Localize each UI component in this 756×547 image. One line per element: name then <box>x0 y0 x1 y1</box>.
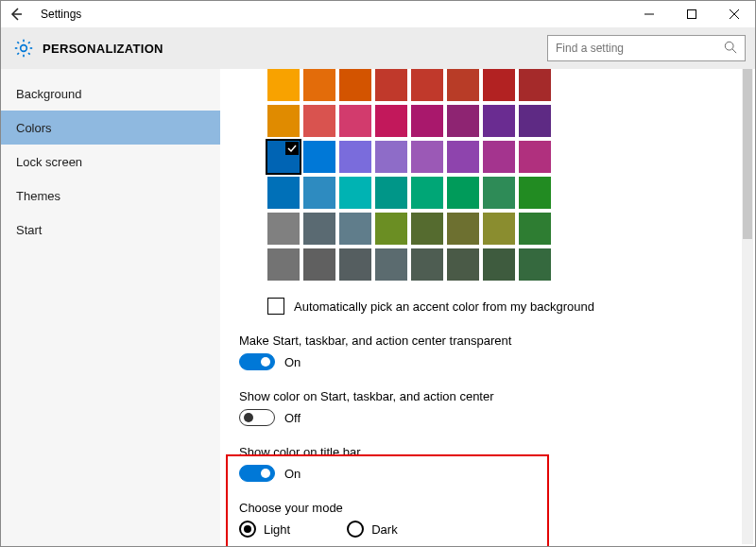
accent-swatch[interactable] <box>483 69 515 101</box>
mode-light-radio[interactable]: Light <box>239 521 290 538</box>
mode-label: Choose your mode <box>239 501 740 515</box>
accent-swatch[interactable] <box>411 69 443 101</box>
accent-swatch[interactable] <box>447 177 479 209</box>
accent-swatch[interactable] <box>303 69 335 101</box>
accent-swatch[interactable] <box>483 105 515 137</box>
accent-swatch[interactable] <box>267 248 300 281</box>
accent-swatch[interactable] <box>483 248 515 281</box>
mode-dark-label: Dark <box>371 522 397 537</box>
accent-swatch[interactable] <box>519 105 551 137</box>
show-color-title-toggle[interactable] <box>239 465 275 482</box>
accent-swatch[interactable] <box>447 213 479 245</box>
search-box[interactable] <box>547 35 746 61</box>
accent-swatch[interactable] <box>339 105 371 137</box>
transparency-toggle[interactable] <box>239 353 275 370</box>
search-input[interactable] <box>556 42 716 55</box>
accent-swatch[interactable] <box>447 105 479 137</box>
accent-swatch[interactable] <box>303 141 335 173</box>
accent-swatch[interactable] <box>411 177 443 209</box>
show-color-start-toggle[interactable] <box>239 409 275 426</box>
scrollbar-thumb[interactable] <box>743 69 752 239</box>
accent-swatch[interactable] <box>375 69 407 101</box>
svg-line-10 <box>17 42 19 43</box>
scrollbar[interactable] <box>742 69 753 544</box>
transparency-label: Make Start, taskbar, and action center t… <box>239 333 740 348</box>
accent-swatch[interactable] <box>447 141 479 173</box>
sidebar-item-background[interactable]: Background <box>1 77 220 111</box>
accent-swatch[interactable] <box>519 177 551 209</box>
transparency-state: On <box>284 355 301 369</box>
accent-swatch[interactable] <box>483 141 515 173</box>
accent-swatch[interactable] <box>267 141 300 173</box>
accent-swatch[interactable] <box>447 69 479 101</box>
accent-swatch[interactable] <box>411 248 443 281</box>
sidebar-item-lock-screen[interactable]: Lock screen <box>1 145 220 179</box>
accent-color-grid <box>267 69 740 281</box>
svg-point-5 <box>21 45 27 52</box>
svg-line-15 <box>732 48 736 52</box>
sidebar-item-start[interactable]: Start <box>1 213 220 247</box>
show-color-start-state: Off <box>284 411 301 425</box>
search-icon <box>724 41 737 57</box>
accent-swatch[interactable] <box>519 141 551 173</box>
back-icon[interactable] <box>9 7 24 22</box>
accent-swatch[interactable] <box>303 213 335 245</box>
window-title: Settings <box>41 8 81 21</box>
svg-line-12 <box>28 42 30 43</box>
accent-swatch[interactable] <box>267 213 300 245</box>
accent-swatch[interactable] <box>411 213 443 245</box>
accent-swatch[interactable] <box>267 177 300 209</box>
accent-swatch[interactable] <box>303 248 335 281</box>
accent-swatch[interactable] <box>339 177 371 209</box>
close-button[interactable] <box>713 1 755 27</box>
show-color-start-label: Show color on Start, taskbar, and action… <box>239 389 740 403</box>
mode-dark-radio[interactable]: Dark <box>347 521 397 538</box>
accent-swatch[interactable] <box>519 69 551 101</box>
svg-rect-2 <box>687 10 696 19</box>
sidebar-item-colors[interactable]: Colors <box>1 111 220 145</box>
accent-swatch[interactable] <box>447 248 479 281</box>
accent-swatch[interactable] <box>303 177 335 209</box>
accent-swatch[interactable] <box>483 177 515 209</box>
accent-swatch[interactable] <box>303 105 335 137</box>
accent-swatch[interactable] <box>483 213 515 245</box>
maximize-button[interactable] <box>670 1 713 27</box>
show-color-title-label: Show color on title bar <box>239 445 740 459</box>
accent-swatch[interactable] <box>375 177 407 209</box>
accent-swatch[interactable] <box>339 248 371 281</box>
minimize-button[interactable] <box>627 1 670 27</box>
accent-swatch[interactable] <box>339 141 371 173</box>
accent-swatch[interactable] <box>519 213 551 245</box>
accent-swatch[interactable] <box>339 69 371 101</box>
accent-swatch[interactable] <box>411 105 443 137</box>
gear-icon <box>14 39 33 58</box>
svg-line-11 <box>28 53 30 55</box>
accent-swatch[interactable] <box>375 213 407 245</box>
svg-line-13 <box>17 53 19 55</box>
show-color-title-state: On <box>284 467 301 481</box>
accent-swatch[interactable] <box>375 141 407 173</box>
accent-swatch[interactable] <box>375 105 407 137</box>
sidebar: BackgroundColorsLock screenThemesStart <box>1 69 220 546</box>
sidebar-item-themes[interactable]: Themes <box>1 179 220 213</box>
accent-swatch[interactable] <box>375 248 407 281</box>
accent-swatch[interactable] <box>339 213 371 245</box>
auto-pick-checkbox[interactable] <box>267 298 284 315</box>
accent-swatch[interactable] <box>267 69 300 101</box>
mode-light-label: Light <box>264 522 290 537</box>
accent-swatch[interactable] <box>411 141 443 173</box>
category-title: PERSONALIZATION <box>43 42 163 56</box>
auto-pick-label: Automatically pick an accent color from … <box>294 299 594 314</box>
accent-swatch[interactable] <box>267 105 300 137</box>
accent-swatch[interactable] <box>519 248 551 281</box>
